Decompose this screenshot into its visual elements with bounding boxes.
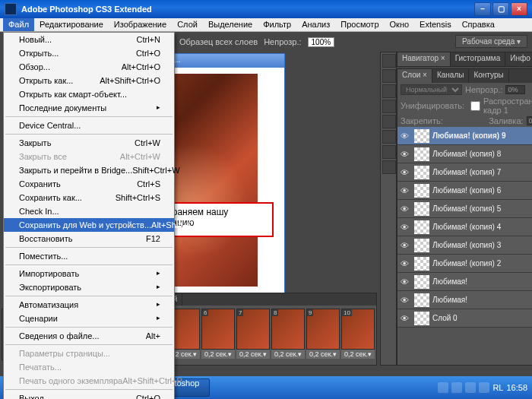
layer-row[interactable]: 👁Любимая! (копия) 7	[397, 163, 532, 182]
menu-extensis[interactable]: Extensis	[414, 18, 457, 31]
panel-tab[interactable]: Навигатор ×	[397, 52, 451, 66]
menu-справка[interactable]: Справка	[457, 18, 500, 31]
layer-row[interactable]: 👁Любимая!	[397, 291, 532, 309]
layer-name[interactable]: Любимая!	[432, 277, 467, 286]
visibility-icon[interactable]: 👁	[397, 131, 411, 141]
panel-icon[interactable]	[382, 100, 396, 113]
opt-sample[interactable]: Образец всех слоев	[179, 37, 258, 46]
panel-icon[interactable]	[382, 54, 396, 68]
menu-item[interactable]: Открыть как смарт-объект...	[4, 87, 174, 101]
propagate-checkbox[interactable]	[470, 101, 480, 111]
layer-thumbnail[interactable]	[414, 147, 429, 161]
frame-duration[interactable]: 0,2 сек.▾	[271, 350, 305, 359]
layer-name[interactable]: Любимая! (копия) 7	[432, 168, 501, 176]
blend-mode-select[interactable]: Нормальный	[401, 84, 462, 95]
menu-item[interactable]: ВыходCtrl+Q	[4, 391, 174, 399]
tray-lang[interactable]: RL	[492, 383, 503, 392]
visibility-icon[interactable]: 👁	[397, 296, 411, 305]
layer-name[interactable]: Любимая! (копия) 4	[432, 223, 501, 231]
menu-item[interactable]: Автоматизация	[4, 298, 174, 312]
tray-clock[interactable]: 16:58	[506, 383, 527, 392]
visibility-icon[interactable]: 👁	[397, 277, 411, 287]
menu-фильтр[interactable]: Фильтр	[258, 18, 296, 31]
menu-окно[interactable]: Окно	[385, 18, 415, 31]
menu-item[interactable]: Сохранить как...Shift+Ctrl+S	[4, 191, 174, 204]
layer-thumbnail[interactable]	[414, 312, 429, 325]
layer-thumbnail[interactable]	[414, 239, 429, 252]
layer-thumbnail[interactable]	[414, 293, 429, 307]
menu-редактирование[interactable]: Редактирование	[34, 18, 109, 31]
animation-frame[interactable]: 90,2 сек.▾	[306, 309, 340, 359]
panel-icon[interactable]	[382, 115, 396, 128]
menu-item[interactable]: Сценарии	[4, 312, 174, 325]
layer-row[interactable]: 👁Любимая! (копия) 6	[397, 182, 532, 200]
frame-duration[interactable]: 0,2 сек.▾	[341, 350, 375, 359]
panel-tab[interactable]: Гистограмма	[451, 52, 506, 66]
tray-icon[interactable]	[451, 382, 462, 393]
layer-name[interactable]: Любимая! (копия) 8	[432, 150, 501, 158]
tray-icon[interactable]	[479, 382, 489, 393]
layer-name[interactable]: Слой 0	[432, 314, 458, 322]
tray-icon[interactable]	[438, 382, 448, 393]
tray-icon[interactable]	[465, 382, 476, 393]
minimize-button[interactable]: –	[474, 2, 491, 16]
menu-item[interactable]: Новый...Ctrl+N	[4, 33, 174, 46]
menu-item[interactable]: Импортировать	[4, 267, 174, 280]
menu-item[interactable]: СохранитьCtrl+S	[4, 177, 174, 191]
menu-изображение[interactable]: Изображение	[109, 18, 172, 31]
animation-frame[interactable]: 60,2 сек.▾	[201, 309, 235, 359]
panel-icon[interactable]	[382, 145, 396, 159]
layer-row[interactable]: 👁Любимая! (копия) 2	[397, 255, 532, 273]
menu-item[interactable]: Экспортировать	[4, 280, 174, 294]
visibility-icon[interactable]: 👁	[397, 259, 411, 268]
visibility-icon[interactable]: 👁	[397, 204, 411, 214]
visibility-icon[interactable]: 👁	[397, 150, 411, 159]
menu-item[interactable]: Открыть как...Alt+Shift+Ctrl+O	[4, 74, 174, 87]
layer-name[interactable]: Любимая! (копия) 3	[432, 241, 501, 249]
layer-thumbnail[interactable]	[414, 129, 429, 143]
layer-row[interactable]: 👁Любимая! (копия) 8	[397, 145, 532, 163]
layer-row[interactable]: 👁Любимая! (копия) 9	[397, 127, 532, 145]
fill-field[interactable]	[527, 116, 532, 125]
menu-item[interactable]: Сохранить для Web и устройств...Alt+Shif…	[4, 218, 174, 232]
animation-frame[interactable]: 100,2 сек.▾	[341, 309, 375, 359]
visibility-icon[interactable]: 👁	[397, 186, 411, 195]
menu-item[interactable]: Последние документы	[4, 101, 174, 115]
visibility-icon[interactable]: 👁	[397, 241, 411, 250]
workspace-button[interactable]: Рабочая среда ▾	[455, 35, 527, 48]
menu-item[interactable]: Открыть...Ctrl+O	[4, 46, 174, 60]
layer-thumbnail[interactable]	[414, 275, 429, 289]
animation-frame[interactable]: 80,2 сек.▾	[271, 309, 305, 359]
menu-item[interactable]: Сведения о файле...Alt+	[4, 329, 174, 343]
panel-icon[interactable]	[382, 130, 396, 144]
layer-row[interactable]: 👁Любимая! (копия) 4	[397, 218, 532, 236]
panel-icon[interactable]	[382, 160, 396, 174]
layer-row[interactable]: 👁Любимая! (копия) 5	[397, 200, 532, 218]
layer-thumbnail[interactable]	[414, 166, 429, 179]
panel-tab[interactable]: Каналы	[432, 69, 470, 83]
visibility-icon[interactable]: 👁	[397, 314, 411, 323]
menu-файл[interactable]: Файл	[3, 18, 34, 31]
panel-tab[interactable]: Инфо	[505, 52, 532, 66]
layer-row[interactable]: 👁Слой 0	[397, 309, 532, 328]
menu-item[interactable]: Поместить...	[4, 249, 174, 263]
animation-frame[interactable]: 70,2 сек.▾	[236, 309, 270, 359]
layer-thumbnail[interactable]	[414, 257, 429, 271]
maximize-button[interactable]: ▢	[492, 2, 509, 16]
layer-name[interactable]: Любимая! (копия) 5	[432, 204, 501, 213]
layer-row[interactable]: 👁Любимая! (копия) 3	[397, 236, 532, 255]
menu-item[interactable]: Device Central...	[4, 119, 174, 132]
menu-выделение[interactable]: Выделение	[203, 18, 258, 31]
visibility-icon[interactable]: 👁	[397, 168, 411, 177]
menu-item[interactable]: Закрыть и перейти в Bridge...Shift+Ctrl+…	[4, 163, 174, 177]
menu-item[interactable]: ВосстановитьF12	[4, 232, 174, 245]
frame-duration[interactable]: 0,2 сек.▾	[236, 350, 270, 359]
opt-opacity-field[interactable]: 100%	[308, 37, 335, 47]
layer-name[interactable]: Любимая! (копия) 6	[432, 186, 501, 195]
layer-name[interactable]: Любимая! (копия) 9	[432, 131, 506, 140]
visibility-icon[interactable]: 👁	[397, 223, 411, 232]
menu-просмотр[interactable]: Просмотр	[335, 18, 384, 31]
layer-thumbnail[interactable]	[414, 220, 429, 234]
layer-opacity-field[interactable]	[505, 85, 525, 94]
panel-icon[interactable]	[382, 84, 396, 98]
